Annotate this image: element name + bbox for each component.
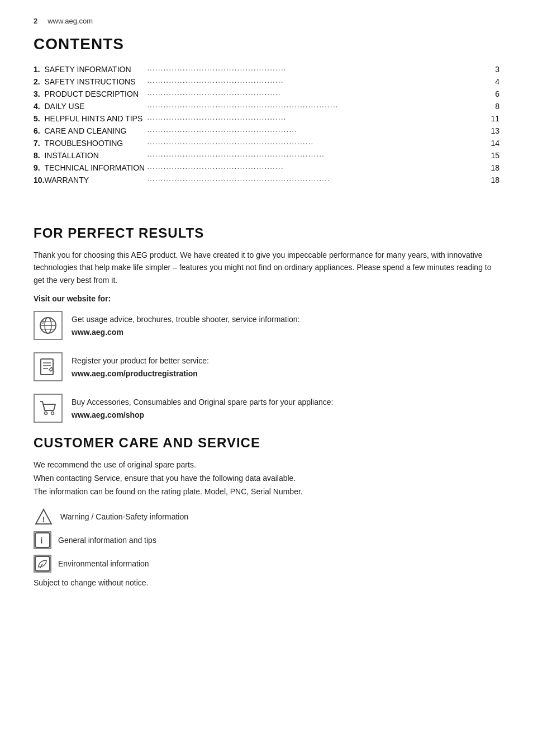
page-number: 2 — [34, 17, 37, 25]
svg-point-11 — [51, 412, 54, 415]
toc-dots: ........................................… — [145, 137, 487, 149]
globe-icon-row: @ Get usage advice, brochures, trouble s… — [34, 311, 499, 340]
toc-label: SAFETY INFORMATION — [44, 63, 145, 75]
toc-label: PRODUCT DESCRIPTION — [44, 88, 145, 100]
toc-dots: ........................................… — [145, 174, 487, 186]
toc-num: 3. — [34, 88, 44, 100]
toc-label: DAILY USE — [44, 100, 145, 112]
toc-page: 14 — [487, 137, 499, 149]
toc-label: CARE AND CLEANING — [44, 125, 145, 137]
toc-dots: ........................................… — [145, 75, 487, 88]
toc-row: 4. DAILY USE ...........................… — [34, 100, 499, 112]
toc-num: 9. — [34, 162, 44, 174]
customer-care-section: CUSTOMER CARE AND SERVICE We recommend t… — [34, 435, 499, 587]
customer-line-2: When contacting Service, ensure that you… — [34, 474, 296, 483]
toc-num: 6. — [34, 125, 44, 137]
page-website: www.aeg.com — [47, 17, 93, 25]
subject-text: Subject to change without notice. — [34, 578, 499, 587]
toc-num: 8. — [34, 149, 44, 162]
toc-page: 3 — [487, 63, 499, 75]
cart-icon — [34, 394, 63, 423]
register-link: www.aeg.com/productregistration — [72, 369, 198, 378]
toc-label: SAFETY INSTRUCTIONS — [44, 75, 145, 88]
svg-text:@: @ — [41, 320, 45, 324]
intro-text: Thank you for choosing this AEG product.… — [34, 249, 499, 286]
warning-text: Warning / Caution-Safety information — [60, 512, 188, 521]
toc-row: 1. SAFETY INFORMATION ..................… — [34, 63, 499, 75]
toc-page: 18 — [487, 162, 499, 174]
page-header: 2 www.aeg.com — [34, 17, 499, 25]
globe-link: www.aeg.com — [72, 328, 123, 337]
customer-care-text: We recommend the use of original spare p… — [34, 459, 499, 498]
toc-row: 8. INSTALLATION ........................… — [34, 149, 499, 162]
eco-text: Environmental information — [58, 559, 149, 568]
cart-text1: Buy Accessories, Consumables and Origina… — [72, 398, 333, 407]
toc-row: 5. HELPFUL HINTS AND TIPS ..............… — [34, 112, 499, 125]
toc-label: HELPFUL HINTS AND TIPS — [44, 112, 145, 125]
toc-num: 5. — [34, 112, 44, 125]
toc-dots: ........................................… — [145, 63, 487, 75]
toc-row: 2. SAFETY INSTRUCTIONS .................… — [34, 75, 499, 88]
eco-symbol-row: Environmental information — [34, 555, 499, 573]
toc-dots: ........................................… — [145, 162, 487, 174]
visit-heading: Visit our website for: — [34, 294, 499, 303]
info-icon: i — [34, 531, 51, 549]
toc-num: 10. — [34, 174, 44, 186]
toc-label: TROUBLESHOOTING — [44, 137, 145, 149]
register-text1: Register your product for better service… — [72, 356, 209, 365]
customer-care-heading: CUSTOMER CARE AND SERVICE — [34, 435, 499, 451]
toc-dots: ........................................… — [145, 100, 487, 112]
toc-label: WARRANTY — [44, 174, 145, 186]
globe-icon-text: Get usage advice, brochures, trouble sho… — [72, 311, 300, 338]
svg-text:!: ! — [42, 515, 45, 524]
toc-dots: ........................................… — [145, 112, 487, 125]
toc-row: 10. WARRANTY ...........................… — [34, 174, 499, 186]
cart-icon-row: Buy Accessories, Consumables and Origina… — [34, 394, 499, 423]
cart-icon-text: Buy Accessories, Consumables and Origina… — [72, 394, 333, 421]
for-perfect-results-section: FOR PERFECT RESULTS Thank you for choosi… — [34, 225, 499, 423]
warning-symbol-row: ! Warning / Caution-Safety information — [34, 508, 499, 526]
toc-page: 11 — [487, 112, 499, 125]
cart-link: www.aeg.com/shop — [72, 410, 144, 419]
info-symbol-row: i General information and tips — [34, 531, 499, 549]
toc-row: 9. TECHNICAL INFORMATION ...............… — [34, 162, 499, 174]
toc-dots: ........................................… — [145, 149, 487, 162]
customer-line-1: We recommend the use of original spare p… — [34, 460, 196, 469]
toc-row: 6. CARE AND CLEANING ...................… — [34, 125, 499, 137]
globe-text1: Get usage advice, brochures, trouble sho… — [72, 315, 300, 324]
toc-page: 13 — [487, 125, 499, 137]
warning-icon: ! — [34, 508, 54, 526]
svg-point-10 — [45, 412, 47, 415]
toc-row: 3. PRODUCT DESCRIPTION .................… — [34, 88, 499, 100]
toc-label: INSTALLATION — [44, 149, 145, 162]
toc-num: 2. — [34, 75, 44, 88]
eco-icon — [34, 555, 51, 573]
toc-page: 4 — [487, 75, 499, 88]
toc-label: TECHNICAL INFORMATION — [44, 162, 145, 174]
globe-icon: @ — [34, 311, 63, 340]
for-perfect-results-heading: FOR PERFECT RESULTS — [34, 225, 499, 241]
toc-num: 1. — [34, 63, 44, 75]
register-icon-text: Register your product for better service… — [72, 352, 209, 380]
contents-section: CONTENTS 1. SAFETY INFORMATION .........… — [34, 35, 499, 186]
toc-page: 15 — [487, 149, 499, 162]
toc-page: 6 — [487, 88, 499, 100]
info-text: General information and tips — [58, 536, 156, 545]
contents-title: CONTENTS — [34, 35, 499, 53]
register-icon — [34, 352, 63, 381]
toc-num: 7. — [34, 137, 44, 149]
toc-row: 7. TROUBLESHOOTING .....................… — [34, 137, 499, 149]
toc-num: 4. — [34, 100, 44, 112]
svg-rect-6 — [41, 359, 53, 375]
toc-table: 1. SAFETY INFORMATION ..................… — [34, 63, 499, 186]
svg-text:i: i — [40, 536, 42, 545]
toc-dots: ........................................… — [145, 125, 487, 137]
register-icon-row: Register your product for better service… — [34, 352, 499, 381]
customer-line-3: The information can be found on the rati… — [34, 487, 303, 496]
toc-page: 8 — [487, 100, 499, 112]
toc-dots: ........................................… — [145, 88, 487, 100]
toc-page: 18 — [487, 174, 499, 186]
